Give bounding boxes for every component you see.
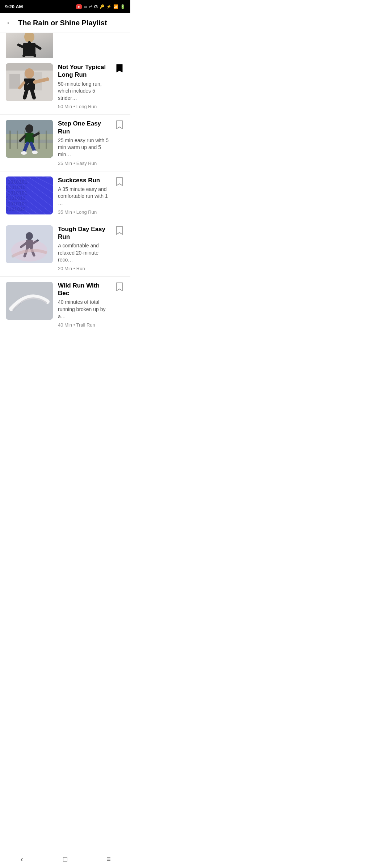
status-bar: 9:20 AM ● ▭ ⇌ G 🔑 ⚡ 📶 🔋 xyxy=(0,0,130,13)
svg-rect-20 xyxy=(9,131,11,149)
partial-figure-svg xyxy=(17,33,42,58)
list-item[interactable]: Tough Day Easy Run A comfortable and rel… xyxy=(0,220,130,277)
page-title: The Rain or Shine Playlist xyxy=(18,19,125,27)
list-item[interactable]: 1010101 0101010 1010101 0101010 1010101 … xyxy=(0,171,130,220)
svg-rect-25 xyxy=(46,131,47,149)
route-icon: ⇌ xyxy=(89,4,92,9)
bookmark-filled-icon xyxy=(116,64,123,73)
video-icon: ▭ xyxy=(84,4,87,9)
workout-thumb-4 xyxy=(6,225,53,263)
partial-card[interactable] xyxy=(0,33,130,58)
partial-thumb-image xyxy=(6,33,53,58)
svg-point-53 xyxy=(26,232,33,240)
svg-point-26 xyxy=(25,124,33,133)
list-item[interactable]: Step One Easy Run 25 min easy run with 5… xyxy=(0,115,130,171)
workout-meta-5: 40 Min • Trail Run xyxy=(58,322,109,328)
bookmark-empty-icon-5 xyxy=(116,282,123,291)
svg-point-10 xyxy=(25,68,34,78)
bookmark-empty-icon-3 xyxy=(116,177,123,186)
bookmark-empty-icon-4 xyxy=(116,226,123,235)
workout-info-4: Tough Day Easy Run A comfortable and rel… xyxy=(58,225,109,271)
runner-figure-svg xyxy=(6,120,53,158)
bookmark-button-3[interactable] xyxy=(114,176,125,188)
svg-line-15 xyxy=(32,90,34,98)
workout-thumb-3: 1010101 0101010 1010101 0101010 1010101 … xyxy=(6,176,53,214)
thumb-image-2 xyxy=(6,120,53,158)
workout-title-3: Suckcess Run xyxy=(58,176,109,184)
workout-desc-1: 50-minute long run, which includes 5 str… xyxy=(58,81,109,102)
bookmark-button-1[interactable] xyxy=(114,63,125,75)
workout-info-5: Wild Run With Bec 40 minutes of total ru… xyxy=(58,282,109,328)
svg-point-30 xyxy=(21,151,27,155)
workout-desc-4: A comfortable and relaxed 20-minute reco… xyxy=(58,242,109,264)
thumb-image-1: ✓ xyxy=(6,63,53,101)
svg-rect-8 xyxy=(9,74,20,89)
workout-desc-2: 25 min easy run with 5 min warm up and 5… xyxy=(58,137,109,158)
google-icon: G xyxy=(94,4,98,9)
bluetooth-icon: ⚡ xyxy=(106,4,112,9)
man-figure-svg: ✓ xyxy=(6,63,53,101)
workout-title-5: Wild Run With Bec xyxy=(58,282,109,297)
nike-gray-thumb-svg xyxy=(6,282,53,320)
svg-text:0101010: 0101010 xyxy=(6,184,26,190)
workout-meta-2: 25 Min • Easy Run xyxy=(58,161,109,166)
svg-point-31 xyxy=(32,150,38,154)
workout-thumb-5 xyxy=(6,282,53,320)
bookmark-button-4[interactable] xyxy=(114,225,125,237)
workout-desc-3: A 35 minute easy and comfortable run wit… xyxy=(58,186,109,207)
svg-rect-21 xyxy=(17,131,18,149)
bookmark-button-2[interactable] xyxy=(114,120,125,131)
bookmark-empty-icon xyxy=(116,120,123,129)
workout-title-4: Tough Day Easy Run xyxy=(58,225,109,241)
svg-point-0 xyxy=(24,33,34,43)
workout-desc-5: 40 minutes of total running broken up by… xyxy=(58,299,109,320)
svg-line-5 xyxy=(35,46,40,48)
nike-person-thumb-svg xyxy=(6,225,53,263)
battery-icon: 🔋 xyxy=(120,4,125,9)
list-item[interactable]: ✓ Not Your Typical Long Run 50-minute lo… xyxy=(0,58,130,115)
workout-meta-4: 20 Min • Run xyxy=(58,266,109,271)
svg-line-14 xyxy=(25,90,27,98)
workout-meta-3: 35 Min • Long Run xyxy=(58,209,109,215)
workout-meta-1: 50 Min • Long Run xyxy=(58,104,109,109)
svg-text:✓: ✓ xyxy=(27,82,30,86)
status-icons: ● ▭ ⇌ G 🔑 ⚡ 📶 🔋 xyxy=(76,4,125,9)
partial-thumb xyxy=(6,33,53,58)
pattern-thumb-svg: 1010101 0101010 1010101 0101010 1010101 … xyxy=(6,176,53,214)
workout-thumb-1: ✓ xyxy=(6,63,53,101)
status-time: 9:20 AM xyxy=(5,4,23,9)
workout-info-1: Not Your Typical Long Run 50-minute long… xyxy=(58,63,109,109)
list-item[interactable]: Wild Run With Bec 40 minutes of total ru… xyxy=(0,277,130,333)
page-header: ← The Rain or Shine Playlist xyxy=(0,13,130,33)
workout-title-1: Not Your Typical Long Run xyxy=(58,63,109,79)
rec-icon: ● xyxy=(76,4,82,9)
back-button[interactable]: ← xyxy=(6,18,14,27)
svg-point-59 xyxy=(11,240,47,261)
key-icon: 🔑 xyxy=(100,4,105,9)
wifi-icon: 📶 xyxy=(113,4,118,9)
workout-thumb-2 xyxy=(6,120,53,158)
workout-list: ✓ Not Your Typical Long Run 50-minute lo… xyxy=(0,33,130,333)
bookmark-button-5[interactable] xyxy=(114,282,125,293)
svg-rect-27 xyxy=(25,133,34,143)
workout-info-3: Suckcess Run A 35 minute easy and comfor… xyxy=(58,176,109,215)
workout-title-2: Step One Easy Run xyxy=(58,120,109,135)
workout-info-2: Step One Easy Run 25 min easy run with 5… xyxy=(58,120,109,166)
svg-line-4 xyxy=(18,45,23,47)
